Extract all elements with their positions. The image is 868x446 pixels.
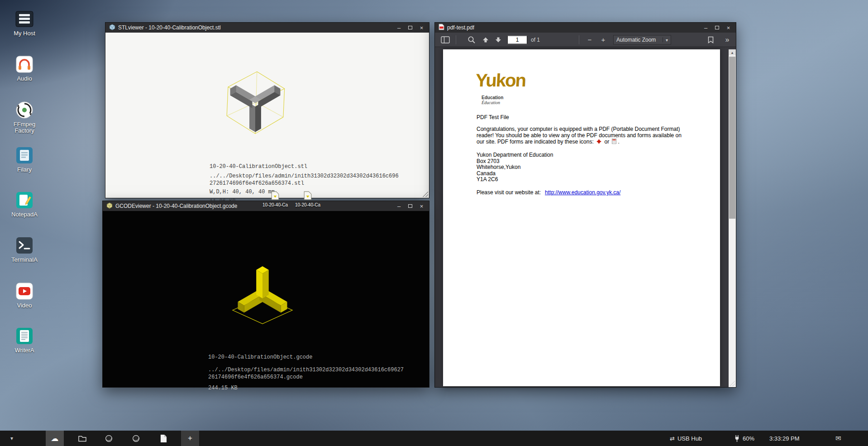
taskbar-new-app-button[interactable]: + [181,431,199,446]
zoom-select-value: Automatic Zoom [616,37,656,43]
taskbar-pdf-app[interactable] [154,431,172,446]
bookmark-button[interactable] [706,34,715,45]
stl-3d-object [221,68,289,140]
desktop-icon-notepad[interactable]: NotepadA [4,190,45,218]
file-icon [304,191,312,200]
up-arrow-icon [482,37,489,43]
desktop-icon-audio[interactable]: Audio [4,54,45,82]
resize-grip[interactable] [421,190,428,197]
desktop-icon-filary[interactable]: Filary [4,145,45,173]
document-icon [160,434,167,443]
toolbar-separator [456,35,456,44]
maximize-icon [715,26,719,29]
paragraph-line: reader! You should be able to view any o… [477,133,682,139]
desktop-icon-ffmpeg-factory[interactable]: FFmpeg Factory [4,100,45,134]
desktop-file-stl[interactable]: 10-20-40-Ca [261,191,290,207]
pdf-form-icon [612,139,616,146]
previous-page-button[interactable] [480,34,491,45]
clock[interactable]: 3:33:29 PM [769,431,800,446]
bookmark-icon [708,36,714,43]
desktop-icon-label: WriterA [4,347,45,354]
desktop-icon-label: NotepadA [4,211,45,218]
address-line: Box 2703 [477,158,553,165]
stl-path-line2: 2726174696f6e4f626a656374.stl [210,180,399,187]
next-page-button[interactable] [493,34,504,45]
toolbar-separator [579,35,579,44]
pdf-doc-paragraph: Congratulations, your computer is equipp… [477,126,682,146]
gcode-app-icon [106,202,113,210]
maximize-icon [408,204,412,208]
gcode-path-line1: ../../Desktop/files/admin/inith31302d323… [208,366,404,374]
pdf-window-titlebar[interactable]: pdf-test.pdf – × [435,23,736,33]
scroll-up-button[interactable]: ▴ [729,49,736,55]
usb-hub-status[interactable]: ⇄ USB Hub [670,431,702,446]
zoom-in-button[interactable]: + [598,34,609,45]
power-plug-icon [734,435,740,442]
ffmpeg-icon [14,100,34,120]
maximize-button[interactable] [406,24,414,31]
maximize-button[interactable] [713,24,721,31]
maximize-icon [408,26,412,29]
minimize-button[interactable]: – [395,202,403,210]
chevron-down-icon: ▾ [663,37,668,42]
taskbar-gcodeviewer-app[interactable] [127,431,145,446]
page-count-label: of 1 [531,37,540,43]
writer-icon [14,326,34,346]
desktop-file-gcode[interactable]: 10-20-40-Ca [293,191,322,207]
desktop-icon-terminal[interactable]: TerminalA [4,235,45,263]
stl-filename: 10-20-40-CalibrationObject.stl [210,163,399,170]
file-manager-icon [14,145,34,165]
desktop-icon-writer[interactable]: WriterA [4,326,45,354]
sidebar-toggle-button[interactable] [439,34,451,45]
desktop-icon-label: My Host [4,30,45,37]
gcode-viewer-window: GCODEviewer - 10-20-40-CalibrationObject… [102,201,429,388]
battery-percent-label: 60% [743,435,754,442]
taskbar-expand-button[interactable]: ▾ [6,431,17,446]
minimize-button[interactable]: – [395,24,403,31]
logo-subtitle-fr: Éducation [482,100,500,105]
pdf-viewer-window: pdf-test.pdf – × of 1 − [434,22,736,388]
desktop-icon-video[interactable]: Video [4,281,45,309]
page-number-input[interactable] [507,35,527,44]
taskbar-files-app[interactable] [73,431,91,446]
pdf-content-area: Yukon Education Éducation PDF Test File … [435,47,736,387]
pdf-scrollbar[interactable]: ▴ [729,49,736,387]
desktop-icon-label: TerminalA [4,257,45,263]
desktop-background: My Host Audio FFmpeg Factory Filary Note… [0,0,868,446]
close-button[interactable]: × [725,24,732,31]
pdf-toolbar: of 1 − + Automatic Zoom ▾ » [435,33,736,47]
stl-window-titlebar[interactable]: STLviewer - 10-20-40-CalibrationObject.s… [105,23,429,33]
gcode-path-line2: 26174696f6e4f626a656374.gcode [208,374,404,381]
website-link[interactable]: http://www.education.gov.yk.ca/ [545,189,620,196]
find-button[interactable] [466,34,477,45]
taskbar-cloud-app[interactable]: ☁ [46,431,64,446]
taskbar-stlviewer-app[interactable] [100,431,118,446]
gcode-render-canvas[interactable]: 10-20-40-CalibrationObject.gcode ../../D… [103,211,429,387]
desktop-icon-my-host[interactable]: My Host [4,9,45,37]
scrollbar-thumb[interactable] [729,57,735,219]
pdf-address-block: Yukon Department of Education Box 2703 W… [477,152,553,183]
audio-icon [14,54,34,74]
stl-render-canvas[interactable]: 10-20-40-CalibrationObject.stl ../../Des… [105,33,429,198]
address-line: Yukon Department of Education [477,152,553,158]
stl-path-line1: ../../Desktop/files/admin/inith31302d323… [210,173,399,180]
gcode-file-info: 10-20-40-CalibrationObject.gcode ../../D… [208,354,404,392]
video-icon [14,281,34,301]
close-button[interactable]: × [418,202,425,210]
minimize-button[interactable]: – [702,24,710,31]
maximize-button[interactable] [406,202,414,210]
close-button[interactable]: × [418,24,425,31]
mail-icon[interactable]: ✉ [835,431,841,446]
orbit-icon [132,434,140,443]
file-icon [271,191,279,200]
down-arrow-icon [495,37,501,43]
cloud-icon: ☁ [51,434,59,443]
zoom-select[interactable]: Automatic Zoom ▾ [613,35,671,44]
toolbar-overflow-button[interactable]: » [722,34,733,45]
zoom-out-button[interactable]: − [584,34,595,45]
sidebar-toggle-icon [441,36,450,43]
battery-status[interactable]: 60% [734,431,754,446]
stl-app-icon [109,24,115,32]
paragraph-line: our site. PDF forms are indicated by the… [477,139,682,146]
logo-subtitle-en: Education [482,95,503,100]
